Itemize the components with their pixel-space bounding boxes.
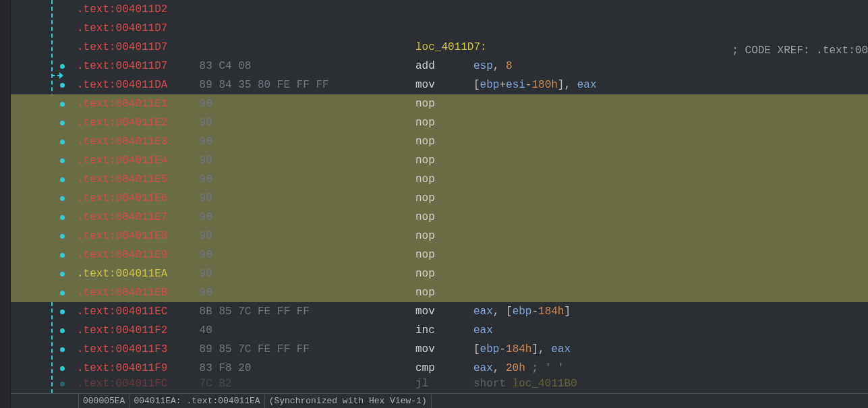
opcode-bytes: 83 F8 20: [193, 362, 415, 374]
breakpoint-dot[interactable]: [60, 177, 65, 182]
label-text[interactable]: loc_4011D7:: [415, 41, 487, 53]
row-content: .text:004011F2 40inceax: [70, 324, 868, 337]
opcode-bytes: 83 C4 08: [193, 60, 415, 72]
breakpoint-dot[interactable]: [60, 121, 65, 125]
breakpoint-dot[interactable]: [60, 328, 65, 333]
opcode-bytes: 8B 85 7C FE FF FF: [193, 305, 415, 318]
opcode-bytes: 90: [193, 98, 415, 110]
row-content: .text:004011E1 90nop: [70, 98, 868, 110]
breakpoint-dot[interactable]: [60, 83, 65, 88]
address-text: .text:004011F9: [77, 362, 193, 374]
row-content: .text:004011F3 89 85 7C FE FF FFmov[ebp-…: [70, 343, 868, 355]
left-pane: [0, 0, 11, 408]
disasm-row[interactable]: .text:004011E1 90nop: [11, 94, 868, 113]
status-offset: 000005EA: [78, 395, 129, 408]
disasm-row[interactable]: .text:004011E2 90nop: [11, 113, 868, 132]
row-content: .text:004011E7 90nop: [70, 211, 868, 223]
breakpoint-dot[interactable]: [60, 366, 65, 371]
disasm-row[interactable]: .text:004011E6 90nop: [11, 189, 868, 208]
mnemonic-text: inc: [415, 324, 473, 337]
opcode-bytes: 90: [193, 230, 415, 242]
mnemonic-text: nop: [415, 230, 473, 242]
breakpoint-dot[interactable]: [60, 215, 65, 220]
row-content: .text:004011D2: [70, 3, 868, 16]
address-text: .text:004011E1: [77, 98, 193, 110]
breakpoint-dot[interactable]: [60, 291, 65, 295]
opcode-bytes: 89 84 35 80 FE FF FF: [193, 79, 415, 91]
breakpoint-dot[interactable]: [60, 102, 65, 107]
address-text: .text:004011D2: [77, 3, 193, 16]
row-content: .text:004011E3 90nop: [70, 136, 868, 148]
disasm-row[interactable]: .text:004011D2: [11, 0, 868, 19]
mnemonic-text: nop: [415, 211, 473, 223]
disasm-row[interactable]: .text:004011EA 90nop: [11, 264, 868, 283]
disasm-row[interactable]: .text:004011E5 90nop: [11, 170, 868, 189]
address-text: .text:004011FC: [77, 378, 193, 390]
disasm-row[interactable]: .text:004011F2 40inceax: [11, 321, 868, 340]
row-content: .text:004011E5 90nop: [70, 173, 868, 185]
breakpoint-dot[interactable]: [60, 158, 65, 163]
opcode-bytes: 90: [193, 211, 415, 223]
opcode-bytes: 90: [193, 173, 415, 185]
main: .text:004011D2.text:004011D7.text:004011…: [11, 0, 868, 408]
mnemonic-text: nop: [415, 98, 473, 110]
breakpoint-dot[interactable]: [60, 382, 65, 386]
operands-text: eax, 20h ; ' ': [473, 362, 564, 374]
breakpoint-dot[interactable]: [60, 196, 65, 201]
opcode-bytes: 90: [193, 154, 415, 167]
address-text: .text:004011E3: [77, 136, 193, 148]
row-content: .text:004011E4 90nop: [70, 154, 868, 167]
mnemonic-text: nop: [415, 192, 473, 204]
disasm-row[interactable]: .text:004011E4 90nop: [11, 151, 868, 170]
disasm-row[interactable]: .text:004011D7 83 C4 08addesp, 8: [11, 57, 868, 76]
address-text: .text:004011E4: [77, 154, 193, 167]
breakpoint-dot[interactable]: [60, 234, 65, 239]
disasm-row[interactable]: .text:004011FC 7C B2jlshort loc_4011B0: [11, 378, 868, 390]
disassembly-listing[interactable]: .text:004011D2.text:004011D7.text:004011…: [11, 0, 868, 393]
operands-text: [ebp+esi-180h], eax: [473, 79, 596, 91]
address-text: .text:004011F2: [77, 324, 193, 337]
breakpoint-dot[interactable]: [60, 310, 65, 314]
opcode-bytes: 90: [193, 136, 415, 148]
address-text: .text:004011E8: [77, 230, 193, 242]
breakpoint-dot[interactable]: [60, 64, 65, 69]
row-content: .text:004011F9 83 F8 20cmpeax, 20h ; ' ': [70, 362, 868, 374]
breakpoint-dot[interactable]: [60, 140, 65, 144]
mnemonic-text: mov: [415, 343, 473, 355]
disasm-row[interactable]: .text:004011D7: [11, 19, 868, 38]
disasm-row[interactable]: .text:004011E3 90nop: [11, 132, 868, 151]
disasm-row[interactable]: .text:004011F9 83 F8 20cmpeax, 20h ; ' ': [11, 359, 868, 378]
mnemonic-text: cmp: [415, 362, 473, 374]
row-content: .text:004011E2 90nop: [70, 117, 868, 129]
row-content: .text:004011E9 90nop: [70, 249, 868, 261]
operands-text: [ebp-184h], eax: [473, 343, 571, 355]
breakpoint-dot[interactable]: [60, 253, 65, 258]
operands-text: short loc_4011B0: [473, 378, 577, 390]
breakpoint-dot[interactable]: [60, 272, 65, 276]
disasm-row[interactable]: .text:004011E7 90nop: [11, 208, 868, 227]
opcode-bytes: 90: [193, 249, 415, 261]
disasm-row[interactable]: .text:004011D7loc_4011D7:; CODE XREF: .t…: [11, 38, 868, 57]
status-bar: 000005EA 004011EA: .text:004011EA (Synch…: [11, 393, 868, 408]
disasm-row[interactable]: .text:004011E8 90nop: [11, 227, 868, 245]
disasm-row[interactable]: .text:004011E9 90nop: [11, 245, 868, 264]
address-text: .text:004011EA: [77, 268, 193, 280]
mnemonic-text: nop: [415, 154, 473, 167]
disasm-row[interactable]: .text:004011F3 89 85 7C FE FF FFmov[ebp-…: [11, 340, 868, 359]
address-text: .text:004011E2: [77, 117, 193, 129]
row-content: .text:004011E8 90nop: [70, 230, 868, 242]
disasm-row[interactable]: .text:004011EC 8B 85 7C FE FF FFmoveax, …: [11, 302, 868, 321]
mnemonic-text: nop: [415, 249, 473, 261]
mnemonic-text: nop: [415, 117, 473, 129]
breakpoint-dot[interactable]: [60, 347, 65, 352]
mnemonic-text: jl: [415, 378, 473, 390]
row-content: .text:004011EA 90nop: [70, 268, 868, 280]
operands-text: esp, 8: [473, 60, 513, 72]
disasm-row[interactable]: .text:004011EB 90nop: [11, 283, 868, 302]
row-content: .text:004011EB 90nop: [70, 287, 868, 299]
status-sync: (Synchronized with Hex View-1): [264, 395, 432, 408]
row-content: .text:004011E6 90nop: [70, 192, 868, 204]
mnemonic-text: nop: [415, 136, 473, 148]
disasm-row[interactable]: .text:004011DA 89 84 35 80 FE FF FFmov[e…: [11, 76, 868, 94]
row-content: .text:004011D7loc_4011D7:; CODE XREF: .t…: [70, 41, 868, 53]
